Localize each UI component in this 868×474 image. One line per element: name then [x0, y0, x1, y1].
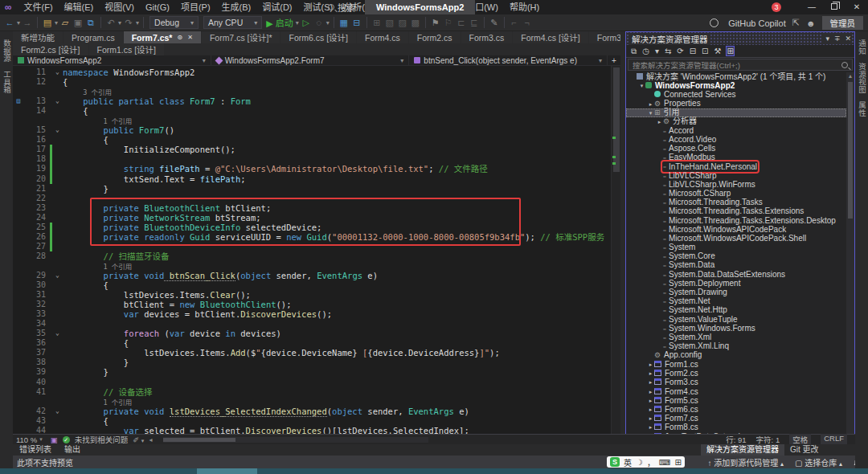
tree-item[interactable]: ▸⚙Properties	[626, 100, 846, 108]
tree-item[interactable]: ▫▫Microsoft.CSharp	[626, 189, 846, 198]
document-tab[interactable]: Form4.cs [设计]	[513, 31, 588, 43]
close-tab-icon[interactable]: ✕	[187, 34, 193, 41]
document-tab[interactable]: Program.cs	[63, 31, 123, 43]
indent-icon[interactable]: ⊏	[455, 18, 468, 28]
pin-icon[interactable]: ∓	[834, 35, 841, 43]
tree-item[interactable]: ▸Form4.cs	[626, 387, 846, 396]
share-icon[interactable]: ⇱	[792, 18, 800, 28]
solution-search-input[interactable]: 搜索解决方案资源管理器(Ctrl+;)	[628, 59, 853, 71]
chevron-down-icon[interactable]: ▾	[599, 57, 602, 64]
toolbar-icon-6[interactable]: ¬	[521, 18, 534, 27]
bookmark-prev-icon[interactable]: ⚐	[442, 18, 455, 28]
start-debug-button[interactable]: ▶启动	[264, 16, 294, 29]
breadcrumb-method[interactable]: btnSend_Click(object sender, EventArgs e…	[409, 55, 608, 65]
document-tab[interactable]: Form2.cs	[409, 31, 461, 43]
tree-item[interactable]: ▸Form1.cs	[626, 360, 846, 369]
toolbar-icon-3[interactable]: ▨	[396, 18, 409, 28]
tree-item[interactable]: ▫▫System.Net	[626, 297, 846, 306]
tree-item[interactable]: ▫▫System.Core	[626, 252, 846, 261]
dock-tab-通知[interactable]: 通知	[856, 39, 867, 55]
quick-search[interactable]: 搜索 ▾ WindowsFormsApp2	[328, 0, 475, 14]
dock-tab-工具箱[interactable]: 工具箱	[1, 71, 12, 94]
tree-item[interactable]: ▫▫System.Deployment	[626, 279, 846, 288]
minimize-button[interactable]: —	[800, 0, 823, 14]
tree-item[interactable]: ▸Form3.cs	[626, 378, 846, 386]
solution-explorer-header[interactable]: 解决方案资源管理器 ▾ ∓ ✕	[626, 32, 854, 45]
tree-item[interactable]: ▫▫Microsoft.Threading.Tasks.Extensions.D…	[626, 216, 846, 225]
bookmark-icon[interactable]: ⚑	[429, 18, 442, 28]
panel-menu-icon[interactable]: ▾	[825, 35, 829, 43]
tree-item[interactable]: ▫▫System.ValueTuple	[626, 315, 846, 324]
tree-item[interactable]: ▫▫System.Xml.Linq	[626, 342, 846, 351]
outdent-icon[interactable]: ⊑	[468, 18, 481, 28]
tree-item[interactable]: ▫▫System.Xml	[626, 333, 846, 341]
add-to-source-control[interactable]: ↑ 添加到源代码管理 ▴	[707, 456, 784, 468]
save-all-icon[interactable]: ⧉	[84, 18, 97, 28]
menubar-item[interactable]: 帮助(H)	[504, 0, 545, 14]
pending-changes-filter-icon[interactable]: ◷	[642, 47, 649, 55]
chevron-down-icon[interactable]: ▾	[400, 57, 403, 64]
breadcrumb-class[interactable]: WindowsFormsApp2.Form7▾	[211, 55, 410, 65]
toolbar-icon-5[interactable]: ⌐	[508, 18, 521, 27]
tree-item[interactable]: ▫▫System.Data	[626, 261, 846, 270]
panel-tab-输出[interactable]: 输出	[58, 444, 87, 456]
menubar-item[interactable]: 视图(V)	[99, 0, 140, 14]
select-repository[interactable]: ▢ 选择仓库 ▴	[795, 456, 842, 468]
tree-item[interactable]: ▫▫System.Data.DataSetExtensions	[626, 270, 846, 279]
windows-taskbar[interactable]	[0, 468, 868, 474]
tree-item[interactable]: ▫▫Microsoft.WindowsAPICodePack.Shell	[626, 234, 846, 243]
ime-keyboard-icon[interactable]: ⌨	[659, 458, 670, 467]
tree-item[interactable]: ▸Form2.cs	[626, 369, 846, 378]
breadcrumb-project[interactable]: WindowsFormsApp2▾	[13, 55, 211, 65]
code-cleanup-icon[interactable]: ✐ ▾	[133, 435, 144, 444]
tree-item[interactable]: ▫▫System.Drawing	[626, 288, 846, 297]
document-tab[interactable]: 新增功能	[13, 31, 63, 43]
tree-item[interactable]: ▫▫LibVLCSharp.WinForms	[626, 180, 846, 189]
code-editor[interactable]: 11⌄namespace WindowsFormsApp212{ 3 个引用▤1…	[13, 66, 620, 434]
close-panel-icon[interactable]: ✕	[845, 35, 851, 43]
tree-item[interactable]: ▸Form6.cs	[626, 405, 846, 414]
ime-punctuation-icon[interactable]: ，	[647, 456, 655, 468]
tree-item[interactable]: ▫▫LibVLCSharp	[626, 171, 846, 180]
tree-item[interactable]: ⚙App.config	[626, 351, 846, 360]
navigate-forward-icon[interactable]: →	[21, 18, 34, 27]
tree-item[interactable]: ▫▫Accord.Video	[626, 135, 846, 144]
properties-icon[interactable]: ⊡	[702, 47, 708, 55]
menubar-item[interactable]: 文件(F)	[18, 0, 59, 14]
ime-logo[interactable]: S	[610, 457, 620, 467]
space-indicator[interactable]: 空格	[789, 434, 811, 445]
show-all-files-icon[interactable]: ⚒	[714, 47, 721, 55]
notification-badge[interactable]: 3	[772, 2, 781, 12]
editor-vertical-scrollbar[interactable]	[611, 66, 620, 434]
panel-tab-错误列表[interactable]: 错误列表	[13, 444, 58, 456]
filter-dropdown[interactable]: ▾	[655, 47, 659, 55]
document-outline-icon[interactable]: ⊟	[350, 18, 363, 28]
document-tab[interactable]: Form2.cs [设计]	[13, 43, 88, 55]
menubar-item[interactable]: 生成(B)	[216, 0, 257, 14]
taskbar-button[interactable]	[197, 468, 257, 474]
document-tab[interactable]: Form6.cs [设计]	[280, 31, 356, 43]
undo-icon[interactable]: ↶	[104, 18, 117, 28]
github-copilot-icon[interactable]	[710, 18, 719, 27]
tree-item[interactable]: ▾⊞引用	[626, 108, 846, 117]
redo-dropdown[interactable]: ▾	[135, 19, 140, 27]
sync-with-active-document-icon[interactable]: ⇆	[665, 47, 671, 55]
refresh-icon[interactable]: ⟳	[677, 47, 683, 55]
menubar-item[interactable]: 项目(P)	[175, 0, 216, 14]
platform-dropdown[interactable]: Any CPU▾	[203, 16, 262, 29]
document-tab[interactable]: Form4.cs	[357, 31, 408, 43]
navigate-back-icon[interactable]: ←	[3, 18, 16, 27]
line-indicator[interactable]: 行: 91	[726, 434, 746, 445]
chevron-down-icon[interactable]: ▾	[203, 57, 206, 64]
editor-horizontal-scrollbar[interactable]	[163, 437, 428, 443]
github-copilot-label[interactable]: GitHub Copilot	[728, 18, 786, 28]
tree-item[interactable]: ▫▫EasyModbus	[626, 153, 846, 162]
feedback-icon[interactable]: ☻	[806, 18, 816, 28]
toolbar-icon-2[interactable]: ▧	[383, 18, 396, 28]
tree-scrollbar[interactable]: ▲ ▼	[846, 72, 854, 443]
close-button[interactable]: ✕	[845, 0, 868, 14]
dock-tab-属性[interactable]: 属性	[856, 101, 867, 116]
health-message[interactable]: 未找到相关问题	[75, 434, 129, 445]
save-icon[interactable]: ▣	[72, 18, 84, 28]
pin-icon[interactable]: ⊙	[177, 34, 182, 41]
